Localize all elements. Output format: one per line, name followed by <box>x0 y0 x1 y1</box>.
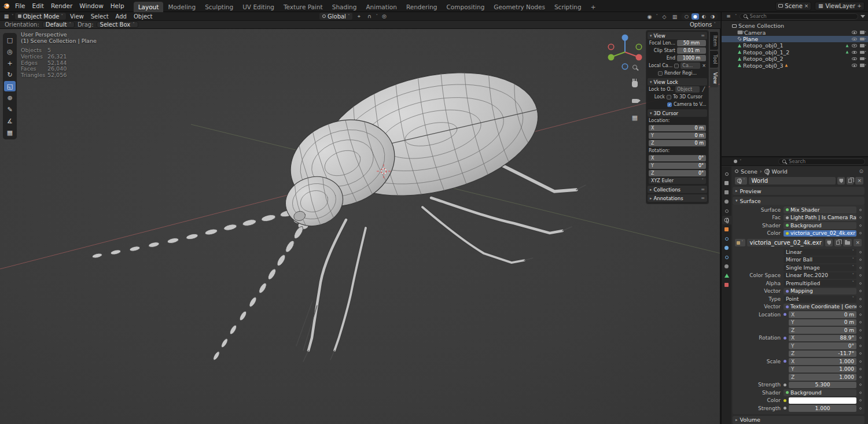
open-image-button[interactable] <box>843 239 852 246</box>
outliner-row-retopo-1[interactable]: Retopo_obj0_1 <box>722 42 868 49</box>
filter-icon[interactable] <box>860 15 865 18</box>
props-tab-particles[interactable] <box>722 244 731 252</box>
decorator-icon[interactable] <box>859 274 862 276</box>
color-image-field[interactable]: victoria_curve_02_4k.exr <box>784 230 856 237</box>
fac-field[interactable]: Light Path | Is Camera Ray <box>784 215 856 222</box>
decorator-icon[interactable] <box>859 209 862 211</box>
props-tab-object[interactable] <box>722 225 731 234</box>
outliner-search[interactable] <box>740 13 859 20</box>
cursor-rotation-y[interactable]: Y0° <box>649 163 706 169</box>
mapping-scale-y[interactable]: Y1.000 <box>789 366 856 373</box>
tab-item[interactable]: Item <box>710 32 718 50</box>
scene-canvas[interactable] <box>0 29 720 424</box>
menu-icon[interactable]: ≡ <box>701 33 705 38</box>
disable-render-icon[interactable] <box>860 44 865 47</box>
projection-dropdown[interactable]: Mirror Ball˅ <box>784 257 856 264</box>
workspace-tab-rendering[interactable]: Rendering <box>402 2 442 12</box>
mapping-type-dropdown[interactable]: Point˅ <box>784 296 856 303</box>
rotation-mode-dropdown[interactable]: XYZ Euler˅ <box>649 178 706 184</box>
decorator-icon[interactable] <box>859 329 862 331</box>
editor-type-icon[interactable]: ≡ <box>724 13 733 20</box>
unlink-world-button[interactable]: × <box>855 177 863 185</box>
scene-selector[interactable]: Scene × <box>775 2 811 10</box>
local-camera-field[interactable]: Ca... <box>681 62 700 69</box>
image-name-field[interactable]: victoria_curve_02_4k.exr <box>747 239 824 246</box>
shading-rendered-icon[interactable]: ◑ <box>709 13 716 20</box>
workspace-tab-layout[interactable]: Layout <box>134 2 164 12</box>
props-tab-scene[interactable] <box>722 207 731 215</box>
mapping-location-z[interactable]: Z0 m <box>789 327 856 334</box>
hide-viewport-icon[interactable] <box>852 38 857 41</box>
alpha-dropdown[interactable]: Premultiplied˅ <box>784 280 856 287</box>
properties-search[interactable] <box>778 158 865 165</box>
lock-to-object-field[interactable]: Object <box>675 86 700 93</box>
workspace-tab-shading[interactable]: Shading <box>328 2 362 12</box>
outliner-row-retopo-1-2[interactable]: Retopo_obj0_1_2 <box>722 49 868 56</box>
navigation-gizmo[interactable] <box>603 30 647 75</box>
vector-mapping-field[interactable]: Mapping <box>784 288 856 295</box>
measure-tool[interactable]: ∡ <box>4 116 16 126</box>
interpolation-dropdown[interactable]: Linear˅ <box>784 249 856 256</box>
decorator-icon[interactable] <box>859 352 862 355</box>
hide-viewport-icon[interactable] <box>852 64 857 67</box>
fake-user-button[interactable] <box>825 239 833 246</box>
colorspace-dropdown[interactable]: Linear Rec.2020˅ <box>784 272 856 279</box>
browse-world-button[interactable]: ˅ <box>735 177 747 185</box>
breadcrumb-world[interactable]: World <box>772 168 788 175</box>
workspace-tab-sculpting[interactable]: Sculpting <box>200 2 238 12</box>
proportional-edit-icon[interactable]: ◎ <box>380 13 388 20</box>
decorator-icon[interactable] <box>859 305 862 308</box>
decorator-icon[interactable] <box>859 360 862 363</box>
pan-hand-icon[interactable] <box>630 79 639 89</box>
snap-magnet-icon[interactable]: ∩ <box>365 13 373 20</box>
select-box-tool[interactable]: □ <box>4 35 16 45</box>
shading-material-icon[interactable]: ◐ <box>700 13 708 20</box>
decorator-icon[interactable] <box>859 314 862 316</box>
panel-volume-header[interactable]: ▸ Volume <box>733 416 865 424</box>
editor-type-icon[interactable]: ▦ <box>2 13 10 20</box>
transform-orientation-selector[interactable]: Global ˅ <box>319 13 352 20</box>
clip-start-field[interactable]: 0.01 m <box>677 47 706 54</box>
world-name-field[interactable]: World <box>749 177 836 185</box>
mode-selector[interactable]: Object Mode ˅ <box>15 13 67 20</box>
menu-icon[interactable]: ≡ <box>701 196 705 201</box>
menu-help[interactable]: Help <box>107 2 128 10</box>
cursor-location-x[interactable]: X0 m <box>649 125 706 131</box>
background-strength-slider[interactable]: 1.000 <box>789 405 856 412</box>
menu-select[interactable]: Select <box>88 13 112 20</box>
clip-end-field[interactable]: 1000 m <box>677 55 706 61</box>
close-icon[interactable]: × <box>702 64 706 68</box>
props-tab-output[interactable] <box>722 188 731 197</box>
panel-view-lock-header[interactable]: ▾ View Lock <box>648 78 707 86</box>
shader-field[interactable]: Background <box>784 222 856 229</box>
breadcrumb-scene[interactable]: Scene <box>741 168 757 175</box>
decorator-icon[interactable] <box>859 321 862 323</box>
add-cube-tool[interactable]: ▦ <box>4 127 16 138</box>
props-tab-modifiers[interactable] <box>722 234 731 243</box>
new-world-button[interactable] <box>847 177 854 185</box>
surface-shader-field[interactable]: Mix Shader <box>784 207 856 213</box>
move-tool[interactable]: + <box>4 58 16 68</box>
annotate-tool[interactable]: ✎ <box>4 104 16 115</box>
decorator-icon[interactable] <box>859 407 862 410</box>
menu-add[interactable]: Add <box>113 13 130 20</box>
add-workspace-button[interactable]: + <box>586 2 601 12</box>
cursor-location-y[interactable]: Y0 m <box>649 132 706 139</box>
browse-image-button[interactable]: ˅ <box>735 239 745 246</box>
camera-to-view-checkbox[interactable]: ✓ <box>667 102 672 107</box>
workspace-tab-animation[interactable]: Animation <box>361 2 402 12</box>
decorator-icon[interactable] <box>859 384 862 386</box>
mapping-scale-z[interactable]: Z1.000 <box>789 374 856 381</box>
workspace-tab-uv-editing[interactable]: UV Editing <box>238 2 279 12</box>
camera-view-icon[interactable] <box>630 96 639 105</box>
drag-mode-button[interactable]: Select Box ˅ <box>97 21 138 28</box>
outliner-row-retopo-3[interactable]: Retopo_obj0_3 <box>722 62 868 68</box>
duplicate-image-button[interactable] <box>834 239 841 246</box>
decorator-icon[interactable] <box>859 290 862 292</box>
new-viewlayer-icon[interactable]: + <box>857 2 862 9</box>
disable-render-icon[interactable] <box>860 64 865 67</box>
decorator-icon[interactable] <box>859 376 862 378</box>
pin-icon[interactable]: ⊙ <box>859 168 863 174</box>
orientation-default-button[interactable]: Default ˅ <box>42 21 75 28</box>
disable-render-icon[interactable] <box>860 38 865 41</box>
